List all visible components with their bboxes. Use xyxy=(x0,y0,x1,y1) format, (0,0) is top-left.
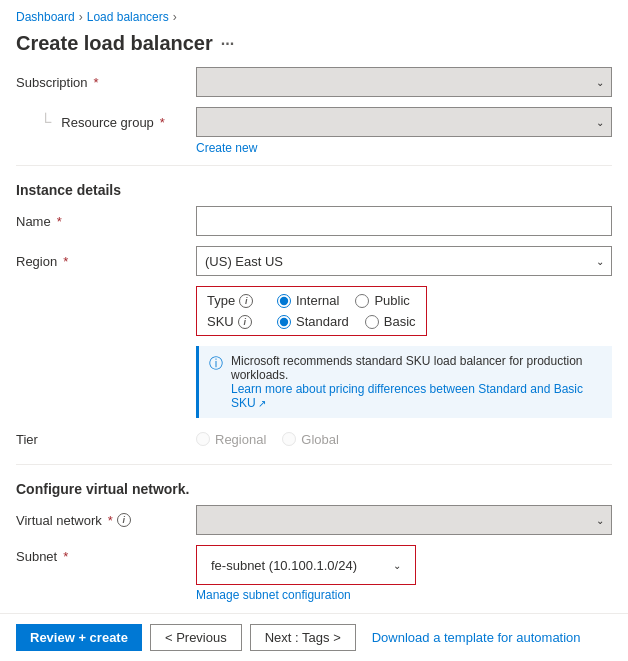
breadcrumb: Dashboard › Load balancers › xyxy=(0,0,628,28)
region-select-wrapper: (US) East US ⌄ xyxy=(196,246,612,276)
subscription-required: * xyxy=(94,75,99,90)
subnet-required: * xyxy=(63,549,68,564)
create-new-link[interactable]: Create new xyxy=(196,141,257,155)
type-public-radio[interactable] xyxy=(355,294,369,308)
tier-label: Tier xyxy=(16,432,196,447)
next-button[interactable]: Next : Tags > xyxy=(250,624,356,651)
name-input[interactable] xyxy=(196,206,612,236)
page-title-row: Create load balancer ··· xyxy=(0,28,628,67)
info-banner-content: Microsoft recommends standard SKU load b… xyxy=(231,354,602,410)
tier-regional-label[interactable]: Regional xyxy=(196,432,266,447)
type-internal-text: Internal xyxy=(296,293,339,308)
name-row: Name * xyxy=(16,206,612,236)
region-control: (US) East US ⌄ xyxy=(196,246,612,276)
subscription-control: ⌄ xyxy=(196,67,612,97)
sku-basic-radio[interactable] xyxy=(365,315,379,329)
resource-group-label-wrapper: └ Resource group * xyxy=(16,113,196,131)
sku-basic-label[interactable]: Basic xyxy=(365,314,416,329)
subnet-row: Subnet * fe-subnet (10.100.1.0/24) ⌄ Man… xyxy=(16,545,612,602)
sku-info-icon[interactable]: i xyxy=(238,315,252,329)
tier-regional-radio[interactable] xyxy=(196,432,210,446)
info-banner-text: Microsoft recommends standard SKU load b… xyxy=(231,354,583,382)
breadcrumb-load-balancers[interactable]: Load balancers xyxy=(87,10,169,24)
manage-subnet-link[interactable]: Manage subnet configuration xyxy=(196,588,612,602)
sku-basic-text: Basic xyxy=(384,314,416,329)
subscription-row: Subscription * ⌄ xyxy=(16,67,612,97)
divider-2 xyxy=(16,464,612,465)
virtual-network-required: * xyxy=(108,513,113,528)
name-label: Name * xyxy=(16,214,196,229)
type-label: Type xyxy=(207,293,235,308)
region-select[interactable]: (US) East US xyxy=(196,246,612,276)
breadcrumb-dashboard[interactable]: Dashboard xyxy=(16,10,75,24)
resource-group-required: * xyxy=(160,115,165,130)
tier-radio-group: Regional Global xyxy=(196,432,612,447)
virtual-network-select-wrapper: ⌄ xyxy=(196,505,612,535)
resource-group-select-wrapper: ⌄ xyxy=(196,107,612,137)
sku-standard-radio[interactable] xyxy=(277,315,291,329)
subscription-select-wrapper: ⌄ xyxy=(196,67,612,97)
info-banner: ⓘ Microsoft recommends standard SKU load… xyxy=(196,346,612,418)
region-label: Region * xyxy=(16,254,196,269)
resource-group-label: Resource group xyxy=(61,115,154,130)
region-row: Region * (US) East US ⌄ xyxy=(16,246,612,276)
sku-standard-label[interactable]: Standard xyxy=(277,314,349,329)
tier-control: Regional Global xyxy=(196,432,612,447)
subscription-select[interactable] xyxy=(196,67,612,97)
virtual-network-control: ⌄ xyxy=(196,505,612,535)
configure-vnet-title: Configure virtual network. xyxy=(16,471,612,505)
tier-global-radio[interactable] xyxy=(282,432,296,446)
type-internal-radio[interactable] xyxy=(277,294,291,308)
subnet-control: fe-subnet (10.100.1.0/24) ⌄ Manage subne… xyxy=(196,545,612,602)
breadcrumb-sep1: › xyxy=(79,10,83,24)
sku-standard-text: Standard xyxy=(296,314,349,329)
instance-details-title: Instance details xyxy=(16,172,612,206)
footer: Review + create < Previous Next : Tags >… xyxy=(0,613,628,661)
more-options-icon[interactable]: ··· xyxy=(221,35,234,53)
type-sku-row: Type i Internal Public SKU xyxy=(16,286,612,336)
sku-radio-group: Standard Basic xyxy=(277,314,416,329)
name-control xyxy=(196,206,612,236)
type-sku-highlight-box: Type i Internal Public SKU xyxy=(196,286,427,336)
review-create-button[interactable]: Review + create xyxy=(16,624,142,651)
subnet-select[interactable]: fe-subnet (10.100.1.0/24) xyxy=(203,550,409,580)
name-required: * xyxy=(57,214,62,229)
resource-group-control: ⌄ xyxy=(196,107,612,137)
resource-group-select[interactable] xyxy=(196,107,612,137)
tier-global-text: Global xyxy=(301,432,339,447)
tier-regional-text: Regional xyxy=(215,432,266,447)
tier-row: Tier Regional Global xyxy=(16,424,612,454)
type-internal-label[interactable]: Internal xyxy=(277,293,339,308)
resource-group-row: └ Resource group * ⌄ Create new xyxy=(16,107,612,155)
automation-link[interactable]: Download a template for automation xyxy=(372,630,581,645)
virtual-network-label: Virtual network * i xyxy=(16,513,196,528)
virtual-network-row: Virtual network * i ⌄ xyxy=(16,505,612,535)
virtual-network-select[interactable] xyxy=(196,505,612,535)
subscription-label: Subscription * xyxy=(16,75,196,90)
breadcrumb-sep2: › xyxy=(173,10,177,24)
sku-label: SKU xyxy=(207,314,234,329)
type-public-text: Public xyxy=(374,293,409,308)
type-radio-group: Internal Public xyxy=(277,293,410,308)
region-required: * xyxy=(63,254,68,269)
previous-button[interactable]: < Previous xyxy=(150,624,242,651)
type-info-icon[interactable]: i xyxy=(239,294,253,308)
form-area: Subscription * ⌄ └ Resource group * xyxy=(0,67,628,647)
virtual-network-info-icon[interactable]: i xyxy=(117,513,131,527)
tier-global-label[interactable]: Global xyxy=(282,432,339,447)
subnet-label: Subnet * xyxy=(16,545,196,564)
subnet-select-wrapper: fe-subnet (10.100.1.0/24) ⌄ xyxy=(203,550,409,580)
info-banner-icon: ⓘ xyxy=(209,355,223,410)
page-title: Create load balancer xyxy=(16,32,213,55)
divider-1 xyxy=(16,165,612,166)
type-public-label[interactable]: Public xyxy=(355,293,409,308)
info-banner-link[interactable]: Learn more about pricing differences bet… xyxy=(231,382,583,410)
